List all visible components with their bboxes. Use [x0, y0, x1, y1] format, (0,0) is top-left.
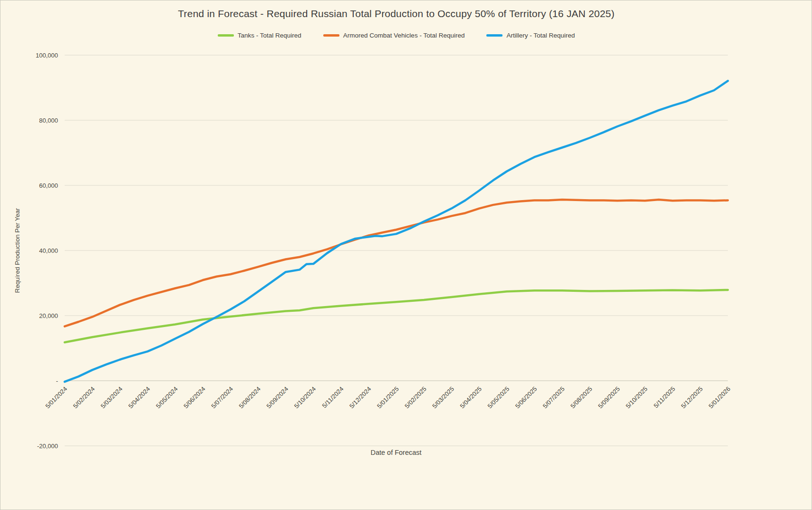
- x-tick-label: 5/09/2024: [265, 385, 290, 410]
- chart-svg: 100,00080,00060,00040,00020,000--20,0005…: [0, 0, 812, 510]
- series-line-artillery: [65, 81, 728, 382]
- plot-area: 100,00080,00060,00040,00020,000--20,0005…: [36, 52, 732, 450]
- x-tick-label: 5/07/2025: [541, 385, 566, 410]
- y-axis-title: Required Production Per Year: [14, 208, 21, 293]
- series-line-armored-combat-vehicles: [65, 200, 728, 326]
- x-tick-label: 5/03/2025: [431, 385, 455, 410]
- y-tick-label: -20,000: [37, 443, 58, 450]
- x-tick-label: 5/01/2025: [376, 385, 400, 410]
- x-tick-label: 5/03/2024: [99, 385, 124, 410]
- x-tick-label: 5/09/2025: [597, 385, 621, 410]
- x-axis-title: Date of Forecast: [370, 449, 421, 456]
- y-tick-label: 60,000: [39, 182, 58, 189]
- x-tick-label: 5/05/2024: [155, 385, 179, 410]
- x-tick-label: 5/01/2024: [44, 385, 69, 410]
- x-tick-label: 5/08/2024: [237, 385, 262, 410]
- series-line-tanks: [65, 290, 728, 342]
- x-tick-label: 5/04/2024: [127, 385, 152, 410]
- series-layer: [65, 81, 728, 382]
- x-tick-label: 5/02/2024: [72, 385, 97, 410]
- x-tick-label: 5/04/2025: [458, 385, 483, 410]
- x-tick-label: 5/10/2024: [293, 385, 318, 410]
- x-tick-label: 5/12/2024: [348, 385, 373, 410]
- x-tick-label: 5/07/2024: [210, 385, 234, 410]
- x-tick-label: 5/06/2025: [514, 385, 539, 410]
- x-tick-label: 5/02/2025: [403, 385, 428, 410]
- x-tick-label: 5/12/2025: [679, 385, 704, 410]
- x-tick-label: 5/08/2025: [569, 385, 594, 410]
- y-tick-label: -: [56, 377, 58, 385]
- y-tick-label: 80,000: [39, 117, 58, 124]
- x-tick-label: 5/11/2025: [652, 385, 677, 410]
- x-tick-label: 5/05/2025: [486, 385, 511, 410]
- x-tick-label: 5/06/2024: [182, 385, 207, 410]
- x-tick-label: 5/10/2025: [624, 385, 649, 410]
- y-tick-label: 100,000: [36, 52, 58, 59]
- y-tick-label: 40,000: [39, 247, 58, 254]
- y-tick-label: 20,000: [39, 312, 58, 319]
- x-tick-label: 5/11/2024: [321, 385, 345, 410]
- forecast-chart-container: Trend in Forecast - Required Russian Tot…: [0, 0, 812, 510]
- x-tick-label: 5/01/2026: [707, 385, 732, 410]
